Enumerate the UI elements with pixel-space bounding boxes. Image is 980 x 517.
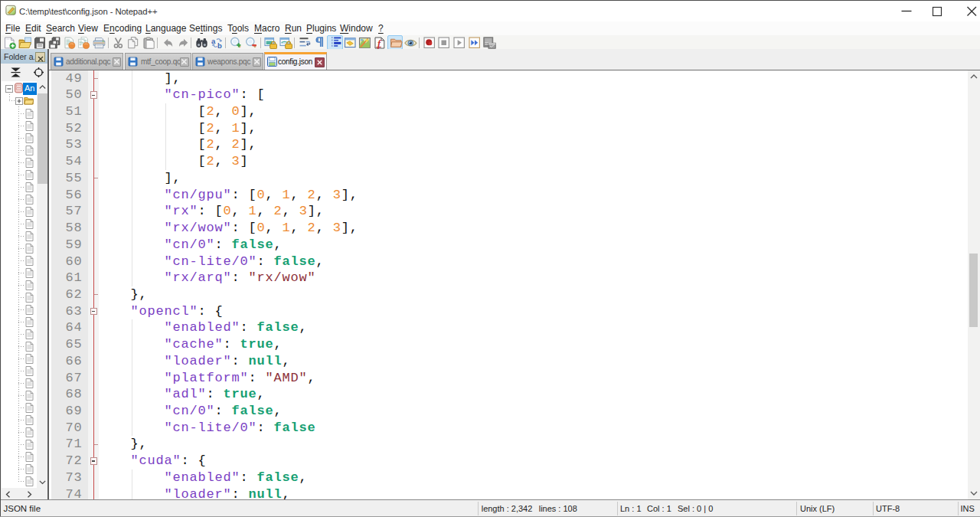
- svg-text:a: a: [211, 37, 216, 45]
- svg-text:b: b: [217, 41, 222, 49]
